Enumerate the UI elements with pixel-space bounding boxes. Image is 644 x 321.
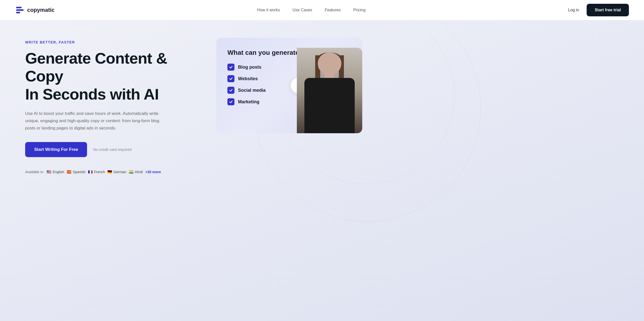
list-item-label: Marketing	[238, 99, 259, 105]
available-in-row: Available in: 🇺🇸 English 🇪🇸 Spanish 🇫🇷 F…	[25, 170, 201, 174]
navbar: copymatic How it works Use Cases Feature…	[0, 0, 644, 20]
check-icon-blog	[227, 64, 234, 71]
lang-hindi-label: Hindi	[135, 170, 143, 174]
hero-video-side: What can you generate? Blog posts Websit…	[216, 38, 362, 133]
hero-description: Use AI to boost your traffic and save ho…	[25, 110, 166, 132]
person-image	[297, 48, 362, 133]
hero-content: WRITE BETTER, FASTER Generate Content & …	[25, 40, 201, 174]
flag-fr: 🇫🇷	[88, 170, 93, 174]
svg-rect-1	[16, 9, 24, 11]
lang-french: 🇫🇷 French	[88, 170, 105, 174]
more-languages-label: +20 more	[145, 170, 161, 174]
flag-es: 🇪🇸	[67, 170, 71, 174]
lang-hindi: 🇮🇳 Hindi	[129, 170, 143, 174]
lang-german: 🇩🇪 German	[107, 170, 126, 174]
list-item-label: Websites	[238, 76, 258, 81]
logo-text: copymatic	[27, 7, 55, 13]
svg-rect-2	[16, 12, 20, 13]
list-item-label: Blog posts	[238, 65, 261, 70]
hero-section: WRITE BETTER, FASTER Generate Content & …	[0, 20, 644, 321]
lang-english: 🇺🇸 English	[47, 170, 64, 174]
check-icon-social	[227, 87, 234, 94]
nav-pricing[interactable]: Pricing	[353, 8, 366, 12]
check-icon-websites	[227, 75, 234, 82]
nav-how-it-works[interactable]: How it works	[257, 8, 280, 12]
nav-right: Log in Start free trial	[568, 4, 629, 16]
start-free-trial-button[interactable]: Start free trial	[587, 4, 629, 16]
nav-features[interactable]: Features	[325, 8, 341, 12]
lang-german-label: German	[113, 170, 126, 174]
login-link[interactable]: Log in	[568, 8, 579, 12]
lang-english-label: English	[53, 170, 64, 174]
hero-actions: Start Writing For Free No credit card re…	[25, 142, 201, 157]
lang-french-label: French	[94, 170, 105, 174]
video-card: What can you generate? Blog posts Websit…	[216, 38, 362, 133]
flag-de: 🇩🇪	[107, 170, 112, 174]
person-face	[318, 52, 341, 75]
start-writing-button[interactable]: Start Writing For Free	[25, 142, 87, 157]
lang-spanish: 🇪🇸 Spanish	[67, 170, 86, 174]
hero-tag: WRITE BETTER, FASTER	[25, 40, 201, 44]
flag-in: 🇮🇳	[129, 170, 134, 174]
logo-link[interactable]: copymatic	[15, 5, 55, 15]
nav-links: How it works Use Cases Features Pricing	[257, 8, 366, 12]
list-item-label: Social media	[238, 88, 266, 93]
lang-spanish-label: Spanish	[73, 170, 86, 174]
svg-rect-0	[16, 7, 22, 8]
logo-icon	[15, 5, 25, 15]
nav-use-cases[interactable]: Use Cases	[293, 8, 312, 12]
available-label: Available in:	[25, 170, 44, 174]
no-credit-card-label: No credit card required	[93, 147, 132, 152]
person-body	[304, 78, 355, 133]
flag-us: 🇺🇸	[47, 170, 51, 174]
hero-title: Generate Content & CopyIn Seconds with A…	[25, 49, 201, 103]
check-icon-marketing	[227, 98, 234, 105]
